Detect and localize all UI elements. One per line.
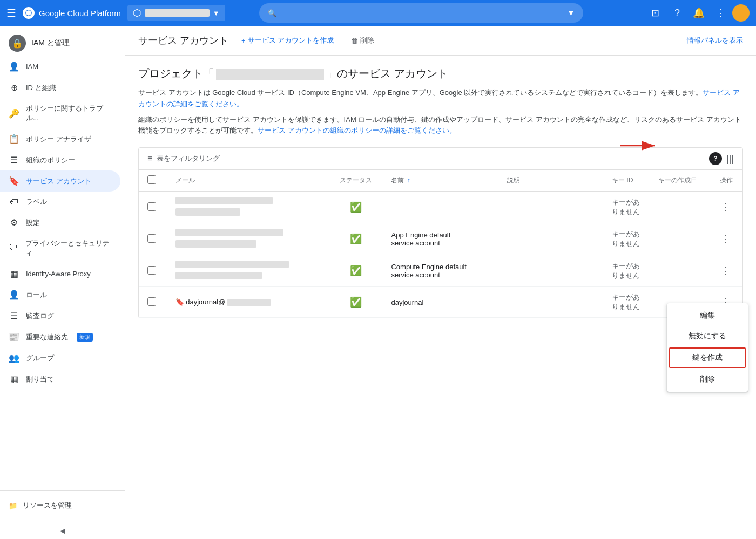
arrow-svg bbox=[620, 138, 663, 154]
menu-icon[interactable]: ☰ bbox=[6, 6, 16, 19]
col-description: 説明 bbox=[498, 170, 603, 192]
sidebar-item-label: ラベル bbox=[26, 197, 47, 207]
keyid-cell: キーがありません bbox=[603, 223, 650, 255]
collapse-sidebar-btn[interactable]: ◀ bbox=[0, 522, 125, 539]
name-cell: App Engine defaultservice account bbox=[382, 223, 498, 255]
col-email: メール bbox=[167, 170, 329, 192]
label-icon: 🏷 bbox=[9, 197, 19, 207]
top-nav: ☰ Google Cloud Platform ⬡ ▼ 🔍 ▼ ⊡ ? 🔔 ⋮ bbox=[0, 0, 756, 26]
sidebar-item-label: ID と組織 bbox=[26, 83, 56, 93]
iam-icon: 🔒 bbox=[9, 35, 26, 52]
sidebar-item-label: プライバシーとセキュリティ bbox=[25, 238, 112, 258]
desc-cell bbox=[498, 255, 603, 287]
search-input[interactable] bbox=[281, 9, 563, 17]
table-row: ✅ キーがありません ⋮ bbox=[139, 192, 742, 223]
sidebar-item-label: 監査ログ bbox=[26, 311, 54, 321]
disable-option[interactable]: 無効にする bbox=[667, 326, 748, 346]
important-contact-icon: 📰 bbox=[9, 332, 19, 342]
brand-text: Google Cloud Platform bbox=[39, 9, 121, 18]
sidebar-item-label-nav[interactable]: 🏷 ラベル bbox=[0, 192, 120, 212]
toolbar-actions: ? ||| bbox=[709, 152, 734, 165]
actions-dropdown-menu: 編集 無効にする 鍵を作成 削除 bbox=[667, 303, 748, 392]
sidebar-item-assign[interactable]: ▦ 割り当て bbox=[0, 369, 120, 390]
sidebar-item-identity-proxy[interactable]: ▦ Identity-Aware Proxy bbox=[0, 263, 120, 284]
more-options-icon[interactable]: ⋮ bbox=[711, 3, 730, 23]
col-name[interactable]: 名前 ↑ bbox=[382, 170, 498, 192]
filter-icon: ≡ bbox=[147, 154, 152, 163]
keyid-cell: キーがありません bbox=[603, 255, 650, 287]
col-action: 操作 bbox=[710, 170, 742, 192]
select-all-checkbox[interactable] bbox=[147, 175, 156, 184]
table-row: 🔖 dayjournal@ ✅ dayjournal キーがありません ⋮ bbox=[139, 287, 742, 318]
new-badge: 新規 bbox=[77, 333, 93, 342]
sidebar-item-org-policy[interactable]: ☰ 組織のポリシー bbox=[0, 149, 120, 170]
delete-button[interactable]: 🗑 削除 bbox=[347, 32, 379, 49]
email-redacted bbox=[176, 261, 289, 268]
sidebar-item-important-contact[interactable]: 📰 重要な連絡先 新規 bbox=[0, 326, 120, 347]
sidebar-item-groups[interactable]: 👥 グループ bbox=[0, 347, 120, 369]
columns-icon[interactable]: ||| bbox=[726, 153, 734, 165]
project-title: プロジェクト「」のサービス アカウント bbox=[138, 66, 743, 81]
sidebar-item-label: ポリシーに関するトラブル... bbox=[26, 104, 112, 123]
info-panel-link[interactable]: 情報パネルを表示 bbox=[687, 36, 743, 45]
sidebar-item-label: グループ bbox=[26, 353, 54, 363]
sidebar-item-policy-trouble[interactable]: 🔑 ポリシーに関するトラブル... bbox=[0, 98, 120, 128]
create-service-account-button[interactable]: + サービス アカウントを作成 bbox=[237, 32, 338, 49]
name-cell: dayjournal bbox=[382, 287, 498, 318]
status-icon: ✅ bbox=[350, 234, 362, 244]
row-checkbox[interactable] bbox=[147, 297, 156, 306]
sidebar-item-roles[interactable]: 👤 ロール bbox=[0, 284, 120, 305]
sidebar-item-privacy-security[interactable]: 🛡 プライバシーとセキュリティ bbox=[0, 233, 120, 263]
identity-proxy-icon: ▦ bbox=[9, 269, 19, 279]
keydate-cell bbox=[650, 192, 710, 223]
sidebar-item-id-org[interactable]: ⊕ ID と組織 bbox=[0, 77, 120, 98]
sidebar-item-audit-log[interactable]: ☰ 監査ログ bbox=[0, 305, 120, 326]
service-accounts-table: メール ステータス 名前 ↑ 説明 キー ID キーの作成日 操作 bbox=[139, 170, 742, 318]
help-icon[interactable]: ? bbox=[667, 3, 687, 23]
user-avatar[interactable] bbox=[732, 4, 750, 22]
manage-resources-icon: 📁 bbox=[9, 502, 17, 510]
header-actions: + サービス アカウントを作成 🗑 削除 bbox=[237, 32, 379, 49]
row-actions-btn[interactable]: ⋮ bbox=[721, 202, 731, 213]
manage-resources-item[interactable]: 📁 リソースを管理 bbox=[9, 495, 116, 516]
sidebar-item-service-account[interactable]: 🔖 サービス アカウント bbox=[0, 170, 120, 192]
row-actions-btn[interactable]: ⋮ bbox=[721, 234, 731, 244]
filter-text[interactable]: 表をフィルタリング bbox=[157, 154, 705, 163]
sidebar-item-label: Identity-Aware Proxy bbox=[26, 270, 91, 278]
table-row: ✅ App Engine defaultservice account キーがあ… bbox=[139, 223, 742, 255]
delete-icon: 🗑 bbox=[351, 37, 358, 45]
sidebar-header: 🔒 IAM と管理 bbox=[0, 26, 125, 56]
table-help-icon[interactable]: ? bbox=[709, 152, 722, 165]
sidebar-item-iam[interactable]: 👤 IAM bbox=[0, 56, 120, 77]
assign-icon: ▦ bbox=[9, 374, 19, 384]
email-redacted bbox=[176, 229, 284, 236]
delete-option[interactable]: 削除 bbox=[667, 369, 748, 390]
notifications-icon[interactable]: 🔔 bbox=[689, 3, 708, 23]
sidebar-item-label: サービス アカウント bbox=[26, 176, 91, 186]
project-selector[interactable]: ⬡ ▼ bbox=[127, 5, 225, 21]
email-text: dayjournal@ bbox=[186, 298, 225, 306]
desc-cell bbox=[498, 287, 603, 318]
desc1-link[interactable]: サービス アカウントの詳細をご覧ください。 bbox=[138, 88, 740, 108]
email-redacted bbox=[176, 197, 273, 204]
row-checkbox[interactable] bbox=[147, 202, 156, 211]
row-checkbox[interactable] bbox=[147, 234, 156, 243]
row-checkbox[interactable] bbox=[147, 266, 156, 275]
edit-option[interactable]: 編集 bbox=[667, 305, 748, 326]
sidebar-item-policy-analyzer[interactable]: 📋 ポリシー アナライザ bbox=[0, 128, 120, 149]
org-policy-icon: ☰ bbox=[9, 155, 19, 165]
create-key-option[interactable]: 鍵を作成 bbox=[669, 347, 746, 368]
col-keydate: キーの作成日 bbox=[650, 170, 710, 192]
keyid-cell: キーがありません bbox=[603, 287, 650, 318]
row-actions-btn[interactable]: ⋮ bbox=[721, 265, 731, 276]
desc2-link[interactable]: サービス アカウントの組織のポリシーの詳細をご覧ください。 bbox=[258, 126, 456, 134]
name-cell: Compute Engine defaultservice account bbox=[382, 255, 498, 287]
table-row: ✅ Compute Engine defaultservice account … bbox=[139, 255, 742, 287]
sidebar-items: 👤 IAM ⊕ ID と組織 🔑 ポリシーに関するトラブル... 📋 ポリシー … bbox=[0, 56, 125, 490]
sidebar-item-label: 設定 bbox=[26, 218, 40, 228]
settings-icon: ⚙ bbox=[9, 217, 19, 228]
desc-cell bbox=[498, 192, 603, 223]
sidebar-item-settings[interactable]: ⚙ 設定 bbox=[0, 212, 120, 233]
cloud-shell-icon[interactable]: ⊡ bbox=[646, 3, 665, 23]
email-redacted-2 bbox=[176, 240, 256, 248]
